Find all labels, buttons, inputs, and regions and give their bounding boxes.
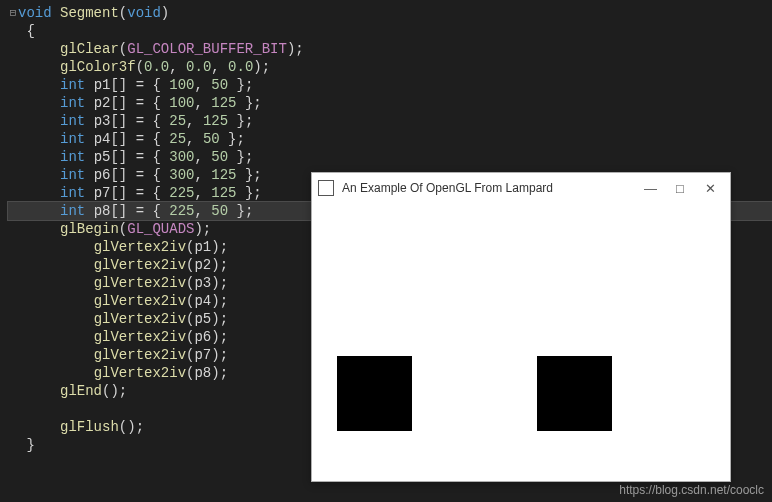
watermark: https://blog.csdn.net/cooclc <box>619 481 764 499</box>
titlebar[interactable]: An Example Of OpenGL From Lampard — □ ✕ <box>312 173 730 203</box>
opengl-canvas <box>312 203 730 481</box>
opengl-window: An Example Of OpenGL From Lampard — □ ✕ <box>311 172 731 482</box>
code-line[interactable]: int p5[] = { 300, 50 }; <box>8 148 772 166</box>
code-line[interactable]: ⊟void Segment(void) <box>8 4 772 22</box>
quad <box>537 356 612 431</box>
maximize-button[interactable]: □ <box>674 182 686 195</box>
window-icon <box>318 180 334 196</box>
code-line[interactable]: int p3[] = { 25, 125 }; <box>8 112 772 130</box>
code-line[interactable]: { <box>8 22 772 40</box>
code-line[interactable]: glColor3f(0.0, 0.0, 0.0); <box>8 58 772 76</box>
window-title: An Example Of OpenGL From Lampard <box>342 179 644 197</box>
code-line[interactable]: int p4[] = { 25, 50 }; <box>8 130 772 148</box>
code-line[interactable]: int p1[] = { 100, 50 }; <box>8 76 772 94</box>
code-line[interactable]: glClear(GL_COLOR_BUFFER_BIT); <box>8 40 772 58</box>
quad <box>337 356 412 431</box>
minimize-button[interactable]: — <box>644 182 656 195</box>
window-controls: — □ ✕ <box>644 182 724 195</box>
code-line[interactable]: int p2[] = { 100, 125 }; <box>8 94 772 112</box>
close-button[interactable]: ✕ <box>704 182 716 195</box>
